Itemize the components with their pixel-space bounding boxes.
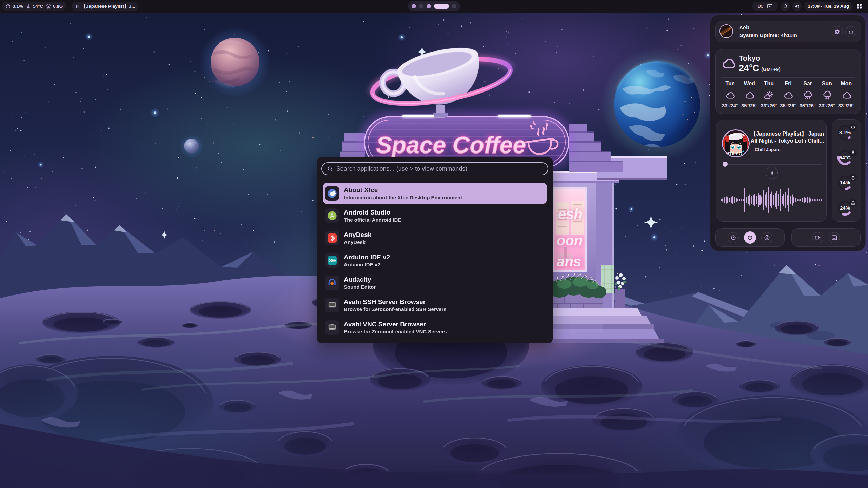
waveform-bar: [737, 199, 738, 201]
forecast-day: Fri: [785, 81, 791, 87]
waveform-bar: [734, 197, 735, 203]
forecast-temps: 33°/26°: [838, 103, 854, 108]
app-title: AnyDesk: [344, 231, 371, 239]
clock[interactable]: 17:09 - Tue, 19 Aug: [804, 2, 852, 11]
tray-image-icon[interactable]: [767, 3, 773, 9]
topbar: 3.1% 54°C 6.8G 【Japanese Playlist】J... U…: [0, 0, 868, 13]
system-gauges-card: 3.1%54°C14%24%: [832, 119, 861, 222]
seek-thumb[interactable]: [723, 162, 728, 167]
weather-city: Tokyo: [739, 54, 760, 63]
profile-balanced-button-active[interactable]: [744, 231, 756, 244]
forecast-sun: Sun33°/26°: [819, 80, 835, 110]
waveform-bar: [760, 195, 761, 205]
app-row-avahi-ssh-server-browser[interactable]: Avahi SSH Server BrowserBrowse for Zeroc…: [323, 294, 547, 316]
app-row-android-studio[interactable]: Android StudioThe official Android IDE: [323, 205, 547, 226]
svg-text:Space Coffee: Space Coffee: [376, 132, 526, 158]
profile-performance-button[interactable]: [728, 232, 739, 243]
track-title-line1: 【Japanese Playlist】 Japan: [750, 130, 824, 138]
play-pause-button[interactable]: [766, 167, 778, 179]
gauge-chip: 14%: [832, 171, 861, 194]
app-description: Information about the Xfce Desktop Envir…: [344, 194, 462, 201]
weather-temperature: 24°C(GMT+9): [739, 63, 781, 74]
waveform-bar: [776, 191, 777, 209]
app-row-about-xfce[interactable]: About XfceInformation about the Xfce Des…: [323, 183, 547, 204]
forecast-wed: Wed35°/25°: [741, 80, 757, 110]
screenshot-icon: [831, 235, 837, 241]
workspace-3[interactable]: [427, 4, 431, 8]
search-input[interactable]: [336, 165, 543, 172]
workspace-1[interactable]: [412, 4, 416, 8]
waveform-bar: [770, 194, 771, 206]
pause-icon: [770, 171, 774, 175]
speedometer-icon: [5, 4, 11, 9]
androidstudio-app-icon: [325, 208, 339, 223]
camera-icon: [815, 235, 821, 241]
tray-uc-icon[interactable]: UC: [757, 4, 763, 9]
now-playing-pill[interactable]: 【Japanese Playlist】J...: [72, 2, 138, 11]
waveform-bar: [727, 197, 728, 203]
screen-record-button[interactable]: [812, 232, 823, 243]
gauge-thermometer: 54°C: [832, 146, 861, 169]
waveform-bar: [726, 196, 727, 204]
forecast-temps: 33°/24°: [722, 103, 738, 108]
avahi-app-icon: [325, 298, 339, 312]
app-row-audacity[interactable]: AudacitySound Editor: [323, 272, 547, 293]
search-icon: [327, 166, 333, 172]
waveform-bar: [753, 195, 754, 205]
waveform-bar: [793, 197, 794, 203]
anydesk-app-icon: [325, 231, 339, 245]
notifications-button[interactable]: [781, 2, 790, 11]
waveform-bar: [761, 196, 762, 204]
forecast-day: Wed: [744, 81, 755, 87]
control-panel: seb System Uptime: 4h11m Tokyo 24°C(GMT+…: [710, 15, 866, 251]
system-tray: UC: [752, 2, 778, 11]
topbar-left: 3.1% 54°C 6.8G 【Japanese Playlist】J...: [2, 2, 138, 11]
screenshot-button[interactable]: [829, 232, 840, 243]
neon-sign-text: Space Coffee Space Coffee: [376, 132, 526, 158]
cpu-temperature: 54°C: [33, 4, 43, 9]
waveform-bar: [802, 198, 803, 202]
waveform-bar: [751, 196, 752, 204]
volume-button[interactable]: [792, 2, 802, 11]
waveform-bar: [780, 189, 781, 211]
chip-icon: [46, 4, 51, 9]
waveform-bar: [766, 192, 767, 208]
arduino-app-icon: [325, 253, 339, 268]
app-row-arduino-ide-v2[interactable]: Arduino IDE v2Arduino IDE v2: [323, 250, 547, 271]
gauge-value: 14%: [832, 180, 858, 185]
workspace-5[interactable]: [452, 4, 456, 8]
seek-track: [723, 164, 822, 165]
profile-power-saver-button[interactable]: [761, 232, 772, 243]
waveform-bar: [758, 193, 759, 207]
app-grid-icon: [856, 3, 863, 9]
app-row-anydesk[interactable]: AnyDeskAnyDesk: [323, 227, 547, 249]
waveform-bar: [783, 194, 784, 206]
forecast-day: Sat: [803, 81, 812, 87]
gauge-value: 54°C: [832, 155, 858, 160]
waveform-bar: [754, 194, 755, 206]
app-grid-button[interactable]: [855, 2, 863, 11]
clock-text: 17:09 - Tue, 19 Aug: [808, 4, 849, 9]
leaf-icon: [764, 235, 770, 241]
power-button[interactable]: [845, 26, 856, 37]
waveform-bar: [798, 199, 800, 201]
settings-button[interactable]: [832, 26, 843, 37]
workspace-2[interactable]: [419, 4, 423, 8]
app-description: Browse for Zeroconf-enabled VNC Servers: [344, 328, 447, 335]
forecast-thu: Thu33°/26°: [761, 80, 777, 110]
system-uptime: System Uptime: 4h11m: [739, 32, 797, 38]
waveform-bar: [739, 199, 740, 201]
app-description: The official Android IDE: [344, 217, 401, 223]
forecast-temps: 35°/25°: [741, 103, 757, 108]
svg-text:TOKYO L: TOKYO L: [725, 151, 748, 156]
forecast-day: Sun: [822, 81, 832, 87]
search-box[interactable]: [321, 162, 548, 175]
waveform-bar: [729, 198, 730, 202]
system-stats-pill[interactable]: 3.1% 54°C 6.8G: [2, 2, 66, 11]
workspace-4-active[interactable]: [434, 4, 449, 9]
gauge-speedometer: 3.1%: [832, 121, 861, 144]
seek-slider[interactable]: [723, 162, 822, 166]
app-row-avahi-vnc-server-browser[interactable]: Avahi VNC Server BrowserBrowse for Zeroc…: [323, 317, 547, 338]
planet-earth: [600, 47, 714, 161]
gear-icon: [834, 29, 840, 35]
